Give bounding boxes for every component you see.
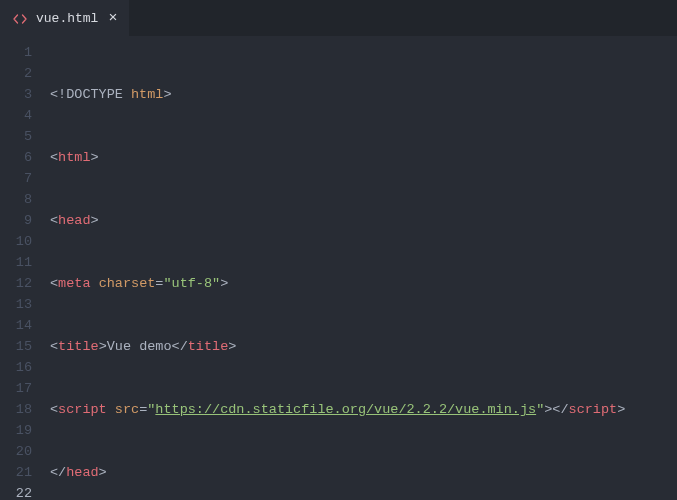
line-number: 15 (0, 336, 32, 357)
tab-bar: vue.html × (0, 0, 677, 36)
code-line: <title>Vue demo</title> (50, 336, 677, 357)
line-number: 13 (0, 294, 32, 315)
tab-filename: vue.html (36, 11, 98, 26)
line-number: 11 (0, 252, 32, 273)
line-number: 8 (0, 189, 32, 210)
line-number: 2 (0, 63, 32, 84)
line-number: 4 (0, 105, 32, 126)
code-area[interactable]: <!DOCTYPE html> <html> <head> <meta char… (50, 42, 677, 500)
line-number: 18 (0, 399, 32, 420)
line-number: 6 (0, 147, 32, 168)
code-line: <head> (50, 210, 677, 231)
code-editor[interactable]: 12345678910111213141516171819202122 <!DO… (0, 36, 677, 500)
line-number: 19 (0, 420, 32, 441)
line-number: 12 (0, 273, 32, 294)
line-number: 22 (0, 483, 32, 500)
line-number: 7 (0, 168, 32, 189)
code-line: <meta charset="utf-8"> (50, 273, 677, 294)
tab-vue-html[interactable]: vue.html × (0, 0, 129, 36)
line-number: 3 (0, 84, 32, 105)
line-number: 1 (0, 42, 32, 63)
line-number: 9 (0, 210, 32, 231)
code-line: <html> (50, 147, 677, 168)
line-number: 20 (0, 441, 32, 462)
code-line: <!DOCTYPE html> (50, 84, 677, 105)
close-icon[interactable]: × (106, 9, 119, 28)
code-icon (12, 11, 28, 27)
line-number: 21 (0, 462, 32, 483)
line-number: 14 (0, 315, 32, 336)
line-number: 16 (0, 357, 32, 378)
code-line: </head> (50, 462, 677, 483)
line-number: 5 (0, 126, 32, 147)
line-number: 17 (0, 378, 32, 399)
line-number-gutter: 12345678910111213141516171819202122 (0, 42, 50, 500)
line-number: 10 (0, 231, 32, 252)
code-line: <script src="https://cdn.staticfile.org/… (50, 399, 677, 420)
